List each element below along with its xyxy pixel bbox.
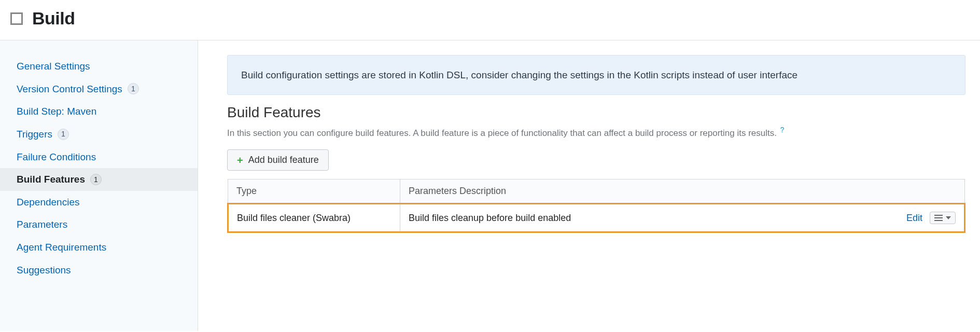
sidebar-item-label: Suggestions [17, 264, 71, 277]
cell-parameters: Build files cleanup before build enabled… [400, 204, 965, 232]
list-icon [934, 215, 943, 221]
page-title: Build [32, 8, 75, 29]
section-description-text: In this section you can configure build … [227, 128, 777, 138]
sidebar-item-build-features[interactable]: Build Features 1 [0, 168, 198, 191]
build-config-icon [10, 12, 23, 25]
sidebar-item-parameters[interactable]: Parameters [0, 213, 198, 236]
sidebar-item-failure-conditions[interactable]: Failure Conditions [0, 146, 198, 169]
info-banner: Build configuration settings are stored … [227, 55, 965, 95]
plus-icon: + [237, 155, 243, 165]
table-header-row: Type Parameters Description [228, 179, 965, 204]
sidebar-item-label: Parameters [17, 218, 67, 231]
sidebar-item-label: Failure Conditions [17, 150, 96, 164]
sidebar-item-triggers[interactable]: Triggers 1 [0, 123, 198, 146]
sidebar-item-label: Triggers [17, 128, 52, 141]
sidebar-item-label: Dependencies [17, 196, 79, 209]
main-content: Build configuration settings are stored … [198, 40, 980, 331]
sidebar-item-label: Version Control Settings [17, 82, 122, 96]
page-header: Build [0, 0, 980, 40]
edit-link[interactable]: Edit [906, 213, 922, 224]
build-features-table: Type Parameters Description Build files … [227, 179, 965, 233]
sidebar: General Settings Version Control Setting… [0, 40, 198, 331]
sidebar-item-dependencies[interactable]: Dependencies [0, 191, 198, 214]
chevron-down-icon [946, 216, 951, 219]
sidebar-item-label: General Settings [17, 60, 90, 73]
sidebar-badge: 1 [128, 83, 139, 94]
row-actions: Edit [906, 212, 956, 224]
sidebar-item-suggestions[interactable]: Suggestions [0, 259, 198, 282]
table-row[interactable]: Build files cleaner (Swabra) Build files… [228, 204, 965, 232]
column-header-parameters: Parameters Description [400, 179, 965, 204]
sidebar-item-version-control-settings[interactable]: Version Control Settings 1 [0, 78, 198, 101]
sidebar-item-label: Build Step: Maven [17, 105, 96, 118]
sidebar-item-label: Agent Requirements [17, 241, 106, 254]
sidebar-item-build-step-maven[interactable]: Build Step: Maven [0, 100, 198, 123]
help-icon[interactable]: ? [780, 126, 785, 134]
add-build-feature-button[interactable]: + Add build feature [227, 149, 329, 171]
sidebar-badge: 1 [90, 174, 102, 185]
cell-parameters-text: Build files cleanup before build enabled [409, 213, 571, 224]
layout: General Settings Version Control Setting… [0, 40, 980, 331]
sidebar-item-agent-requirements[interactable]: Agent Requirements [0, 236, 198, 259]
cell-type: Build files cleaner (Swabra) [228, 204, 400, 232]
add-button-label: Add build feature [248, 155, 319, 165]
section-title: Build Features [227, 104, 965, 121]
sidebar-item-general-settings[interactable]: General Settings [0, 55, 198, 78]
section-description: In this section you can configure build … [227, 124, 965, 140]
sidebar-badge: 1 [58, 129, 69, 140]
sidebar-item-label: Build Features [17, 173, 85, 186]
column-header-type: Type [228, 179, 400, 204]
row-menu-button[interactable] [930, 212, 956, 224]
